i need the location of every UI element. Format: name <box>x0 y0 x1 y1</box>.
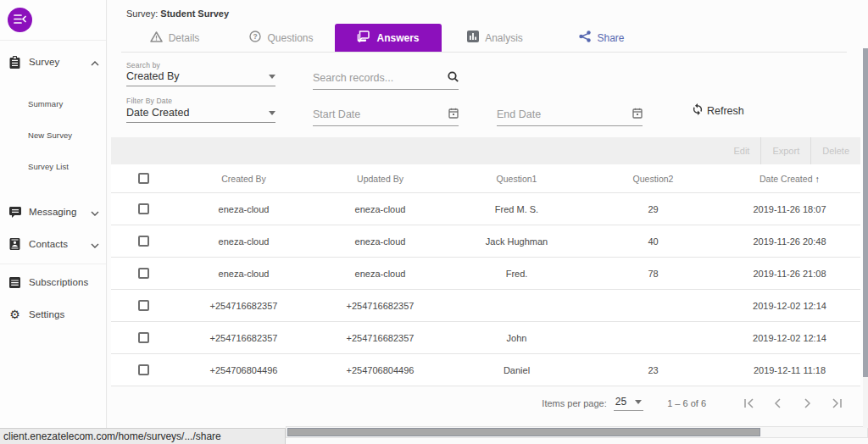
tab-details[interactable]: Details <box>121 24 228 52</box>
cell-date-created: 2019-11-26 21:08 <box>721 269 858 279</box>
cell-updated-by: +254706804496 <box>312 365 448 375</box>
dropdown-caret-icon <box>635 400 642 404</box>
sidebar-item-label: Survey <box>29 57 89 67</box>
refresh-button[interactable]: Refresh <box>692 103 744 118</box>
table-row: eneza-cloud eneza-cloud Fred. 78 2019-11… <box>111 258 860 290</box>
column-header-date-created[interactable]: Date Created↑ <box>721 174 858 184</box>
search-icon <box>448 70 459 86</box>
row-checkbox[interactable] <box>138 268 149 279</box>
search-by-select[interactable]: Created By <box>126 70 275 86</box>
sidebar-item-survey[interactable]: Survey <box>0 46 106 78</box>
survey-header: Survey: Student Survey <box>108 0 868 24</box>
sidebar-item-label: Messaging <box>29 207 89 217</box>
tab-bar: Details ? Questions Answers Analysis <box>121 24 847 53</box>
previous-page-button[interactable] <box>764 393 793 413</box>
table-row: +254716682357 +254716682357 2019-12-02 1… <box>111 290 860 322</box>
table-row: +254706804496 +254706804496 Daniel 23 20… <box>111 354 860 386</box>
sidebar-divider <box>0 40 106 41</box>
sidebar-item-contacts[interactable]: Contacts <box>0 228 106 260</box>
vertical-scrollbar <box>863 48 868 428</box>
start-date-placeholder: Start Date <box>313 108 448 120</box>
tab-label: Answers <box>376 32 419 44</box>
contact-card-icon <box>8 238 21 251</box>
cell-date-created: 2019-12-02 12:14 <box>721 301 858 311</box>
sidebar-item-summary[interactable]: Summary <box>0 88 106 119</box>
vertical-scrollbar-thumb[interactable] <box>863 48 868 377</box>
next-page-button[interactable] <box>793 393 821 413</box>
pagination-bar: Items per page: 25 1 – 6 of 6 <box>111 386 860 420</box>
cell-created-by: eneza-cloud <box>175 269 312 279</box>
sidebar-item-settings[interactable]: ⚙ Settings <box>0 298 106 330</box>
column-header-created-by[interactable]: Created By <box>175 174 312 184</box>
sidebar-item-messaging[interactable]: Messaging <box>0 196 106 228</box>
search-by-label: Search by <box>126 61 160 69</box>
tab-share[interactable]: Share <box>548 24 655 52</box>
search-records-placeholder: Search records... <box>313 72 448 84</box>
end-date-placeholder: End Date <box>497 108 632 120</box>
edit-button[interactable]: Edit <box>722 137 760 164</box>
cell-updated-by: eneza-cloud <box>312 236 448 247</box>
cell-question2: 40 <box>585 236 721 247</box>
row-checkbox[interactable] <box>138 236 149 247</box>
items-per-page-select[interactable]: 25 <box>614 396 643 411</box>
gear-icon: ⚙ <box>8 308 21 321</box>
app-window: Survey Summary New Survey Survey List Me… <box>0 0 868 444</box>
tab-analysis[interactable]: Analysis <box>442 24 548 52</box>
end-date-input[interactable]: End Date <box>497 107 643 126</box>
cell-created-by: +254716682357 <box>175 333 312 343</box>
pagination-range: 1 – 6 of 6 <box>667 398 706 408</box>
row-checkbox[interactable] <box>138 332 149 343</box>
cell-date-created: 2019-11-26 20:48 <box>721 236 858 247</box>
column-header-updated-by[interactable]: Updated By <box>312 174 448 184</box>
tab-label: Analysis <box>485 32 523 44</box>
row-checkbox[interactable] <box>138 300 149 311</box>
tab-questions[interactable]: ? Questions <box>228 24 335 52</box>
select-all-checkbox[interactable] <box>138 173 149 184</box>
delete-button[interactable]: Delete <box>810 137 860 164</box>
main-content: Survey: Student Survey Details ? Questio… <box>108 0 868 428</box>
export-button[interactable]: Export <box>760 137 810 164</box>
chevron-down-icon <box>91 204 99 219</box>
table-row: eneza-cloud eneza-cloud Jack Hughman 40 … <box>111 225 860 258</box>
last-page-button[interactable] <box>821 393 850 413</box>
refresh-label: Refresh <box>707 105 744 117</box>
survey-label: Survey: <box>126 8 158 19</box>
cell-question1: Jack Hughman <box>448 236 585 247</box>
row-checkbox[interactable] <box>138 364 149 375</box>
column-header-question1[interactable]: Question1 <box>448 174 585 184</box>
table-row: +254716682357 +254716682357 John 2019-12… <box>111 322 860 354</box>
sidebar-item-label: Subscriptions <box>29 277 99 287</box>
collapse-menu-button[interactable] <box>8 8 32 32</box>
calendar-icon <box>448 107 459 122</box>
column-header-question2[interactable]: Question2 <box>585 174 721 184</box>
start-date-input[interactable]: Start Date <box>313 107 459 126</box>
horizontal-scrollbar-thumb[interactable] <box>287 428 760 436</box>
table-toolbar: Edit Export Delete <box>111 137 860 164</box>
sidebar-item-survey-list[interactable]: Survey List <box>0 151 106 182</box>
filter-by-date-select[interactable]: Date Created <box>126 107 275 123</box>
filters-section: Search by Created By Search records... F… <box>108 53 868 137</box>
sidebar-item-subscriptions[interactable]: Subscriptions <box>0 266 106 298</box>
items-per-page-value: 25 <box>615 396 626 408</box>
cell-created-by: eneza-cloud <box>175 204 312 214</box>
cell-created-by: eneza-cloud <box>175 236 312 247</box>
first-page-button[interactable] <box>735 393 764 413</box>
cell-date-created: 2019-11-26 18:07 <box>721 204 858 214</box>
cell-date-created: 2019-12-11 11:18 <box>721 365 858 375</box>
tab-answers[interactable]: Answers <box>335 24 442 52</box>
search-records-input[interactable]: Search records... <box>313 70 459 90</box>
collapse-menu-icon <box>14 13 26 28</box>
sort-ascending-icon: ↑ <box>815 174 820 184</box>
cell-question1: Fred M. S. <box>448 204 585 214</box>
browser-status-bar: client.enezatelecom.com/home/surveys/...… <box>0 428 286 444</box>
clipboard-icon <box>8 56 21 69</box>
row-checkbox[interactable] <box>138 203 149 214</box>
horizontal-scrollbar <box>286 426 868 438</box>
chevron-down-icon <box>91 236 99 252</box>
cell-created-by: +254706804496 <box>175 365 312 375</box>
sidebar-item-new-survey[interactable]: New Survey <box>0 119 106 151</box>
share-icon <box>579 31 591 45</box>
chat-bubbles-icon <box>357 31 370 45</box>
answers-table: Created By Updated By Question1 Question… <box>111 164 860 386</box>
calendar-icon <box>632 107 643 122</box>
